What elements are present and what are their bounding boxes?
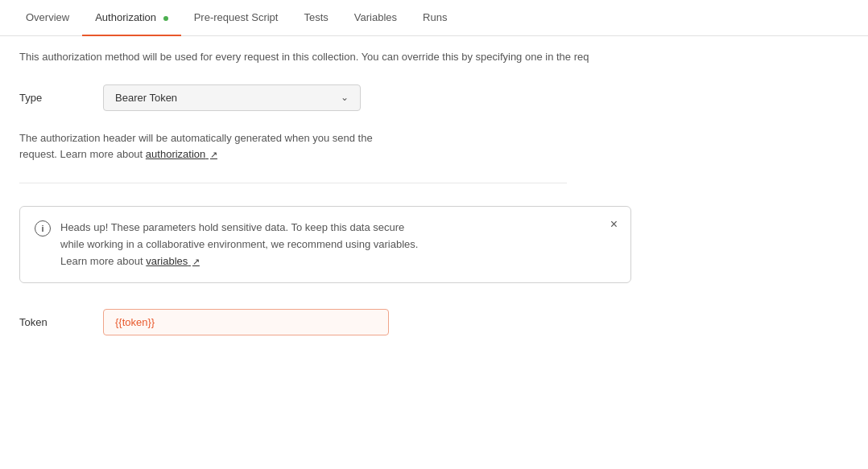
banner-line1: Heads up! These parameters hold sensitiv… — [60, 221, 404, 233]
active-dot — [163, 16, 168, 21]
banner-line2: while working in a collaborative environ… — [60, 238, 418, 250]
auth-desc-line1: The authorization header will be automat… — [19, 132, 373, 144]
type-select-dropdown[interactable]: Bearer Token ⌄ — [103, 84, 361, 111]
type-label: Type — [19, 92, 84, 104]
info-icon: i — [35, 220, 51, 237]
tab-variables[interactable]: Variables — [341, 0, 410, 36]
banner-line3: Learn more about — [60, 255, 143, 267]
variables-link[interactable]: variables ↗ — [146, 255, 200, 267]
authorization-link[interactable]: authorization ↗ — [146, 148, 217, 160]
tabs-bar: Overview Authorization Pre-request Scrip… — [0, 0, 868, 36]
collection-info-text: This authorization method will be used f… — [19, 49, 849, 65]
auth-description: The authorization header will be automat… — [19, 130, 567, 184]
banner-text: Heads up! These parameters hold sensitiv… — [60, 220, 616, 269]
close-button[interactable]: × — [610, 218, 618, 231]
info-banner: i Heads up! These parameters hold sensit… — [19, 206, 631, 283]
tab-tests[interactable]: Tests — [291, 0, 341, 36]
main-content: This authorization method will be used f… — [0, 36, 868, 348]
variables-link-arrow: ↗ — [192, 257, 200, 266]
type-row: Type Bearer Token ⌄ — [19, 84, 849, 111]
token-input[interactable] — [103, 309, 389, 335]
auth-link-arrow: ↗ — [210, 150, 217, 159]
tab-pre-request-script[interactable]: Pre-request Script — [181, 0, 291, 36]
type-select-value: Bearer Token — [115, 92, 177, 104]
tab-runs[interactable]: Runs — [410, 0, 460, 36]
token-label: Token — [19, 316, 84, 328]
chevron-down-icon: ⌄ — [341, 92, 349, 103]
auth-desc-line2: request. Learn more about — [19, 148, 143, 160]
token-row: Token — [19, 309, 849, 335]
tab-authorization[interactable]: Authorization — [82, 0, 181, 36]
tab-overview[interactable]: Overview — [13, 0, 82, 36]
